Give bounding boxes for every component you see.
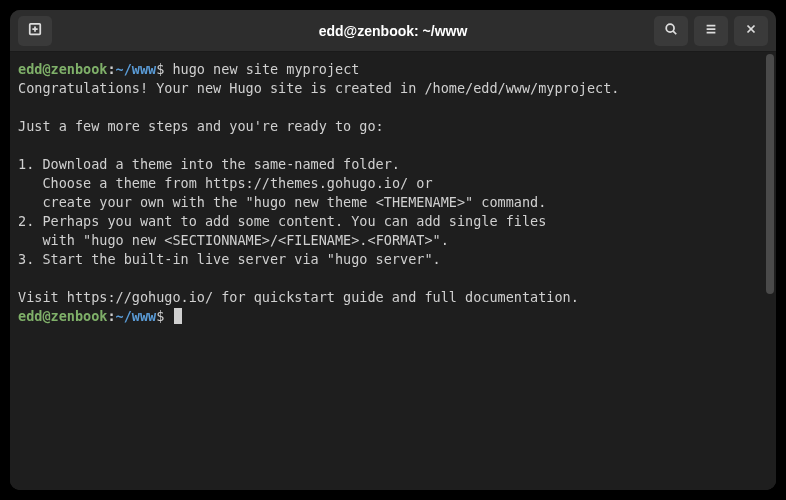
output-line: create your own with the "hugo new theme… xyxy=(18,193,768,212)
close-button[interactable] xyxy=(734,16,768,46)
prompt-path: ~/www xyxy=(116,308,157,324)
prompt-host: zenbook xyxy=(51,308,108,324)
cursor xyxy=(174,308,182,324)
output-line: Just a few more steps and you're ready t… xyxy=(18,117,768,136)
prompt-dollar: $ xyxy=(156,61,172,77)
output-line xyxy=(18,136,768,155)
scrollbar[interactable] xyxy=(766,54,774,294)
new-tab-button[interactable] xyxy=(18,16,52,46)
output-line: Congratulations! Your new Hugo site is c… xyxy=(18,79,768,98)
prompt-user: edd xyxy=(18,308,42,324)
prompt-colon: : xyxy=(107,308,115,324)
prompt-dollar: $ xyxy=(156,308,172,324)
terminal-window: edd@zenbook: ~/www edd@zenbook:~/www$ hu… xyxy=(10,10,776,490)
command-text: hugo new site myproject xyxy=(172,61,359,77)
prompt-at: @ xyxy=(42,61,50,77)
output-line: Visit https://gohugo.io/ for quickstart … xyxy=(18,288,768,307)
svg-line-4 xyxy=(673,31,676,34)
close-icon xyxy=(744,22,758,39)
terminal-body[interactable]: edd@zenbook:~/www$ hugo new site myproje… xyxy=(10,52,776,490)
output-line: 1. Download a theme into the same-named … xyxy=(18,155,768,174)
output-line xyxy=(18,269,768,288)
prompt-host: zenbook xyxy=(51,61,108,77)
output-line: with "hugo new <SECTIONNAME>/<FILENAME>.… xyxy=(18,231,768,250)
svg-point-3 xyxy=(666,24,674,32)
output-line: 3. Start the built-in live server via "h… xyxy=(18,250,768,269)
search-icon xyxy=(664,22,678,39)
search-button[interactable] xyxy=(654,16,688,46)
prompt-at: @ xyxy=(42,308,50,324)
output-line xyxy=(18,98,768,117)
titlebar: edd@zenbook: ~/www xyxy=(10,10,776,52)
new-tab-icon xyxy=(28,22,42,39)
prompt-path: ~/www xyxy=(116,61,157,77)
window-title: edd@zenbook: ~/www xyxy=(319,23,468,39)
hamburger-icon xyxy=(704,22,718,39)
prompt-user: edd xyxy=(18,61,42,77)
prompt-line-2: edd@zenbook:~/www$ xyxy=(18,307,768,326)
output-line: Choose a theme from https://themes.gohug… xyxy=(18,174,768,193)
prompt-line-1: edd@zenbook:~/www$ hugo new site myproje… xyxy=(18,60,768,79)
prompt-colon: : xyxy=(107,61,115,77)
output-line: 2. Perhaps you want to add some content.… xyxy=(18,212,768,231)
menu-button[interactable] xyxy=(694,16,728,46)
